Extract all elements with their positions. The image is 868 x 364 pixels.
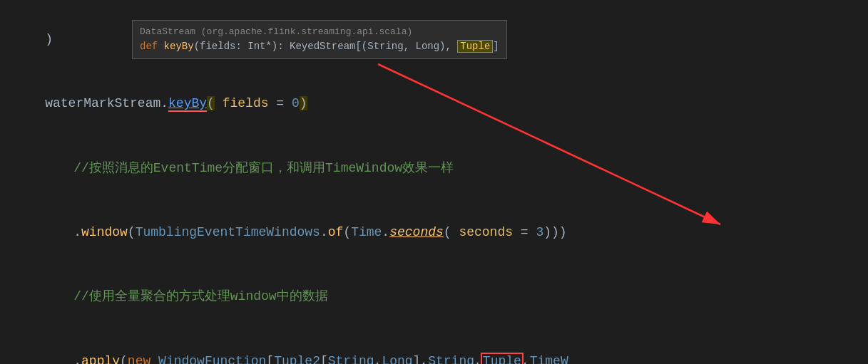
code-line-5: .apply(new WindowFunction[Tuple2[String,… [14, 329, 854, 364]
class-tumbling: TumblingEventTimeWindows [136, 225, 320, 239]
tooltip-def-kw: def [140, 41, 164, 52]
param-fields: fields [215, 96, 276, 110]
class-string2: String [428, 354, 474, 364]
dot-apply: . [73, 354, 81, 364]
tooltip-close: ] [493, 41, 499, 52]
bracket2-close: ] [413, 354, 421, 364]
class-tuple-boxed: Tuple [482, 354, 522, 364]
code-line-1: waterMarkStream.keyBy( fields = 0) [14, 71, 854, 135]
comment-1: //按照消息的EventTime分配窗口，和调用TimeWindow效果一样 [73, 161, 454, 175]
tooltip-method-name: keyBy [164, 41, 194, 52]
seconds-paren: ( [444, 225, 459, 239]
bracket2-open: [ [320, 354, 328, 364]
tooltip-paren: (fields: Int*): KeyedStream[(String, Lon… [194, 41, 458, 52]
dot-seconds: . [382, 225, 389, 239]
class-tuple: Tuple [483, 354, 521, 364]
code-line-3: .window(TumblingEventTimeWindows.of(Time… [14, 200, 854, 264]
triple-close: ))) [543, 225, 566, 239]
class-tuple2: Tuple2 [274, 354, 320, 364]
comma3: , [474, 354, 482, 364]
dot-of: . [320, 225, 328, 239]
method-keyby[interactable]: keyBy [168, 96, 207, 112]
comma4: , [522, 354, 530, 364]
param-seconds: seconds [459, 225, 520, 239]
eq2: = [521, 225, 536, 239]
class-time: Time [351, 225, 382, 239]
class-windowfunction: WindowFunction [158, 354, 266, 364]
method-of: of [328, 225, 344, 239]
class-timew: TimeW [530, 354, 568, 364]
of-paren: ( [343, 225, 351, 239]
method-window: window [81, 225, 128, 239]
bracket-open: [ [266, 354, 274, 364]
method-apply: apply [81, 354, 120, 364]
kw-new: new [128, 354, 158, 364]
dot-window: . [73, 225, 81, 239]
equals: = [276, 96, 292, 110]
close-paren: ) [300, 96, 307, 110]
tooltip-line1: DataStream (org.apache.flink.streaming.a… [140, 25, 499, 39]
comment-2: //使用全量聚合的方式处理window中的数据 [73, 289, 327, 303]
code-editor: DataStream (org.apache.flink.streaming.a… [0, 0, 868, 364]
value-0: 0 [292, 96, 300, 110]
comma2: , [420, 354, 428, 364]
tooltip-line2: def keyBy(fields: Int*): KeyedStream[(St… [140, 39, 499, 54]
code-line-2: //按照消息的EventTime分配窗口，和调用TimeWindow效果一样 [14, 136, 854, 200]
comma1: , [374, 354, 382, 364]
apply-paren: ( [120, 354, 128, 364]
closing-paren: ) [45, 32, 53, 46]
tooltip: DataStream (org.apache.flink.streaming.a… [132, 20, 507, 59]
window-paren: ( [128, 225, 136, 239]
open-paren: ( [207, 96, 215, 110]
class-string: String [328, 354, 374, 364]
method-seconds: seconds [389, 225, 444, 239]
val-3: 3 [536, 225, 543, 239]
class-long: Long [382, 354, 412, 364]
tooltip-tuple: Tuple [457, 40, 493, 53]
varname-watermark: waterMarkStream. [45, 96, 168, 110]
code-line-4: //使用全量聚合的方式处理window中的数据 [14, 265, 854, 329]
